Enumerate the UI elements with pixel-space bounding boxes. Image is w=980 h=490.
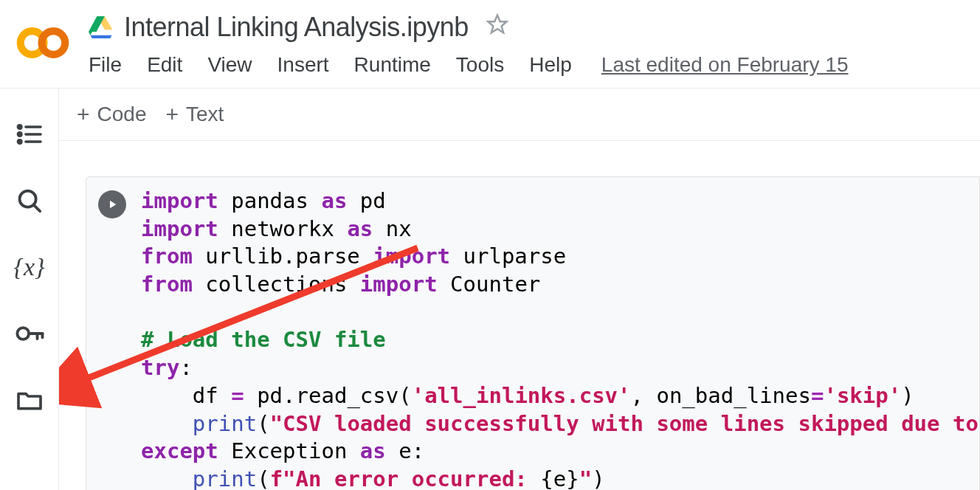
add-code-button[interactable]: + Code: [77, 102, 146, 127]
sidebar: {x}: [0, 89, 59, 490]
main-area: + Code + Text import pandas as pd import…: [59, 89, 980, 490]
title-row: Internal Linking Analysis.ipynb: [89, 12, 980, 43]
menu-insert[interactable]: Insert: [277, 53, 329, 77]
last-edited-link[interactable]: Last edited on February 15: [601, 53, 849, 77]
body-area: {x} + Code + Text: [0, 89, 980, 490]
plus-icon: +: [77, 102, 90, 127]
document-title[interactable]: Internal Linking Analysis.ipynb: [124, 12, 469, 43]
code-cell[interactable]: import pandas as pd import networkx as n…: [86, 176, 980, 490]
menu-file[interactable]: File: [89, 53, 122, 77]
add-code-label: Code: [97, 103, 147, 126]
header-content: Internal Linking Analysis.ipynb File Edi…: [89, 9, 980, 77]
run-cell-button[interactable]: [98, 190, 126, 218]
svg-point-3: [18, 125, 21, 128]
menu-help[interactable]: Help: [529, 53, 572, 77]
svg-point-11: [17, 328, 29, 339]
secrets-icon[interactable]: [13, 317, 46, 350]
files-icon[interactable]: [13, 384, 46, 416]
menu-bar: File Edit View Insert Runtime Tools Help…: [89, 53, 980, 77]
svg-line-10: [34, 205, 40, 211]
variables-icon[interactable]: {x}: [13, 251, 46, 283]
colab-logo-icon: [16, 16, 69, 69]
menu-edit[interactable]: Edit: [147, 53, 182, 77]
star-icon[interactable]: [486, 13, 508, 41]
search-icon[interactable]: [13, 184, 46, 217]
svg-point-7: [18, 140, 21, 143]
svg-marker-2: [488, 15, 506, 33]
svg-point-1: [42, 31, 66, 55]
cell-area: import pandas as pd import networkx as n…: [59, 141, 980, 490]
add-text-label: Text: [186, 103, 224, 126]
header: Internal Linking Analysis.ipynb File Edi…: [0, 0, 980, 89]
svg-point-5: [18, 133, 21, 136]
cell-toolbar: + Code + Text: [59, 89, 980, 141]
menu-tools[interactable]: Tools: [456, 53, 504, 77]
menu-runtime[interactable]: Runtime: [354, 53, 431, 77]
plus-icon: +: [165, 102, 179, 127]
table-of-contents-icon[interactable]: [13, 118, 46, 151]
add-text-button[interactable]: + Text: [165, 102, 224, 127]
code-editor[interactable]: import pandas as pd import networkx as n…: [141, 187, 979, 490]
drive-icon: [89, 16, 114, 38]
menu-view[interactable]: View: [207, 53, 252, 77]
